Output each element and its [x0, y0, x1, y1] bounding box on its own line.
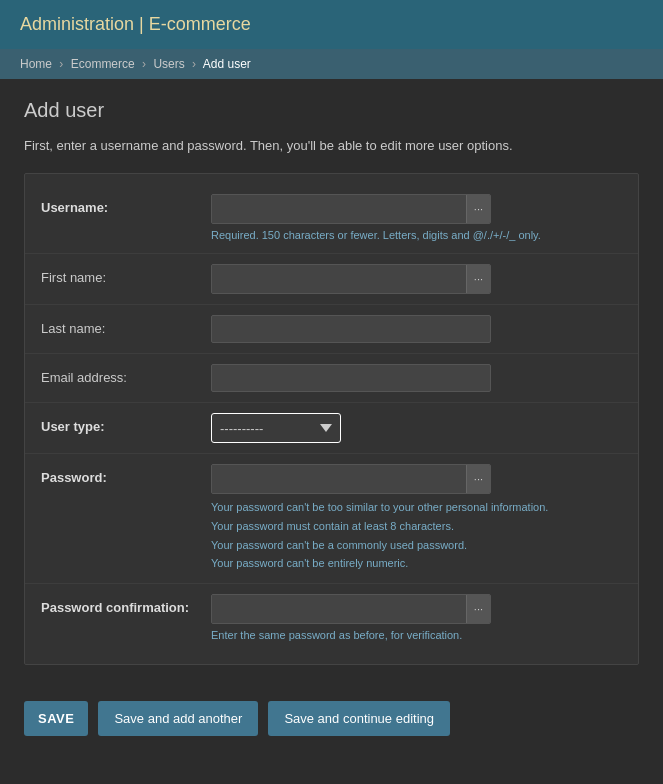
password-help-line-3: Your password can't be a commonly used p… [211, 536, 622, 555]
password-confirm-field: ··· Enter the same password as before, f… [211, 594, 622, 643]
add-user-form: Username: ··· Required. 150 characters o… [24, 173, 639, 665]
username-toggle-btn[interactable]: ··· [466, 195, 490, 223]
usertype-label: User type: [41, 413, 211, 434]
username-help: Required. 150 characters or fewer. Lette… [211, 228, 622, 243]
password-confirm-row: Password confirmation: ··· Enter the sam… [25, 584, 638, 653]
page-title: Add user [24, 99, 639, 122]
breadcrumb-sep-2: › [142, 57, 146, 71]
password-confirm-input[interactable] [212, 595, 466, 623]
save-add-another-button[interactable]: Save and add another [98, 701, 258, 736]
password-help: Your password can't be too similar to yo… [211, 498, 622, 573]
usertype-select[interactable]: ---------- [211, 413, 341, 443]
email-label: Email address: [41, 364, 211, 385]
usertype-row: User type: ---------- [25, 403, 638, 454]
password-confirm-help: Enter the same password as before, for v… [211, 628, 622, 643]
header-title: Administration | E-commerce [20, 14, 643, 35]
password-label: Password: [41, 464, 211, 485]
save-button[interactable]: SAVE [24, 701, 88, 736]
password-help-line-4: Your password can't be entirely numeric. [211, 554, 622, 573]
breadcrumb-sep-1: › [59, 57, 63, 71]
lastname-input[interactable] [211, 315, 491, 343]
password-confirm-toggle-btn[interactable]: ··· [466, 595, 490, 623]
header: Administration | E-commerce [0, 0, 663, 49]
breadcrumb-home[interactable]: Home [20, 57, 52, 71]
password-field: ··· Your password can't be too similar t… [211, 464, 622, 573]
username-input-wrapper: ··· [211, 194, 491, 224]
password-toggle-btn[interactable]: ··· [466, 465, 490, 493]
lastname-label: Last name: [41, 315, 211, 336]
password-help-line-2: Your password must contain at least 8 ch… [211, 517, 622, 536]
password-input[interactable] [212, 465, 466, 493]
username-input[interactable] [212, 195, 466, 223]
breadcrumb-ecommerce[interactable]: Ecommerce [71, 57, 135, 71]
firstname-row: First name: ··· [25, 254, 638, 305]
password-confirm-input-wrapper: ··· [211, 594, 491, 624]
usertype-field: ---------- [211, 413, 622, 443]
form-footer: SAVE Save and add another Save and conti… [0, 685, 663, 752]
firstname-input[interactable] [212, 265, 466, 293]
password-confirm-label: Password confirmation: [41, 594, 211, 615]
lastname-row: Last name: [25, 305, 638, 354]
username-row: Username: ··· Required. 150 characters o… [25, 184, 638, 254]
verification-link: verification [407, 629, 460, 641]
username-field: ··· Required. 150 characters or fewer. L… [211, 194, 622, 243]
lastname-field [211, 315, 622, 343]
firstname-field: ··· [211, 264, 622, 294]
email-row: Email address: [25, 354, 638, 403]
intro-text: First, enter a username and password. Th… [24, 138, 639, 153]
username-label: Username: [41, 194, 211, 215]
password-help-line-1: Your password can't be too similar to yo… [211, 498, 622, 517]
password-input-wrapper: ··· [211, 464, 491, 494]
firstname-toggle-btn[interactable]: ··· [466, 265, 490, 293]
breadcrumb-sep-3: › [192, 57, 196, 71]
email-input[interactable] [211, 364, 491, 392]
save-continue-button[interactable]: Save and continue editing [268, 701, 450, 736]
password-row: Password: ··· Your password can't be too… [25, 454, 638, 584]
firstname-input-wrapper: ··· [211, 264, 491, 294]
email-field [211, 364, 622, 392]
breadcrumb-users[interactable]: Users [153, 57, 184, 71]
main-content: Add user First, enter a username and pas… [0, 79, 663, 685]
breadcrumb-current: Add user [203, 57, 251, 71]
breadcrumb: Home › Ecommerce › Users › Add user [0, 49, 663, 79]
firstname-label: First name: [41, 264, 211, 285]
